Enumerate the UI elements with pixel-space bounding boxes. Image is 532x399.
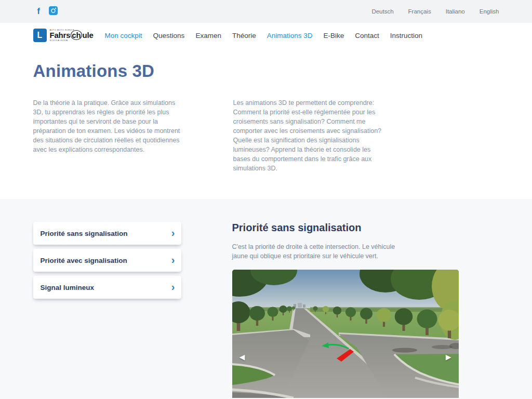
language-link-english[interactable]: English — [480, 8, 499, 15]
language-link-deutsch[interactable]: Deutsch — [371, 8, 393, 15]
nav-item-theorie[interactable]: Théorie — [232, 32, 256, 39]
nav-item-contact[interactable]: Contact — [355, 32, 379, 39]
nav-item-animations-3d[interactable]: Animations 3D — [267, 32, 313, 39]
language-link-francais[interactable]: Français — [408, 8, 431, 15]
facebook-icon[interactable]: f — [37, 7, 40, 16]
chevron-right-icon: › — [171, 228, 175, 238]
carousel-prev-button[interactable]: ◀ — [240, 353, 245, 361]
intersection-scene — [232, 270, 459, 398]
animations-menu: Priorité sans signalisation › Priorité a… — [33, 222, 181, 398]
chevron-right-icon: › — [171, 255, 175, 265]
nav-item-mon-cockpit[interactable]: Mon cockpit — [105, 32, 142, 39]
instagram-icon[interactable] — [49, 6, 58, 17]
logo-bottom-text: SCUOLA GUIDA — [50, 39, 94, 42]
nav-item-instruction[interactable]: Instruction — [390, 32, 422, 39]
content-description: C'est la priorité de droite à cette inte… — [232, 242, 396, 261]
fahrschule-logo[interactable]: L AUTO MOTO SCHULE Fahrschule SCUOLA GUI… — [33, 29, 94, 42]
animation-3d-image: ◀ ▶ — [232, 270, 459, 398]
logo-brand-text: Fahrschule — [50, 31, 94, 39]
social-links: f — [33, 6, 58, 17]
hero-section: Animations 3D De la théorie à la pratiqu… — [0, 48, 532, 199]
nav-item-questions[interactable]: Questions — [153, 32, 185, 39]
main-navbar: L AUTO MOTO SCHULE Fahrschule SCUOLA GUI… — [0, 23, 532, 48]
chevron-right-icon: › — [171, 282, 175, 292]
nav-item-e-bike[interactable]: E-Bike — [323, 32, 344, 39]
carousel-next-button[interactable]: ▶ — [446, 353, 451, 361]
nav-item-examen[interactable]: Examen — [195, 32, 221, 39]
menu-item-priorite-avec-signalisation[interactable]: Priorité avec signalisation › — [33, 249, 181, 272]
page-title: Animations 3D — [33, 48, 499, 81]
menu-item-signal-lumineux[interactable]: Signal lumineux › — [33, 276, 181, 299]
language-link-italiano[interactable]: Italiano — [446, 8, 465, 15]
intro-paragraph-left: De la théorie à la pratique. Grâce aux s… — [33, 98, 185, 173]
content-heading: Priorité sans signalisation — [232, 222, 459, 234]
topbar: f Deutsch Français Italiano English — [0, 0, 532, 23]
intro-paragraph-right: Les animations 3D te permettent de compr… — [233, 98, 383, 173]
language-switcher: Deutsch Français Italiano English — [371, 8, 499, 15]
learner-plate-icon: L — [33, 29, 47, 42]
main-menu: Mon cockpit Questions Examen Théorie Ani… — [105, 32, 423, 39]
menu-item-priorite-sans-signalisation[interactable]: Priorité sans signalisation › — [33, 222, 181, 245]
animations-section: Priorité sans signalisation › Priorité a… — [0, 199, 532, 399]
